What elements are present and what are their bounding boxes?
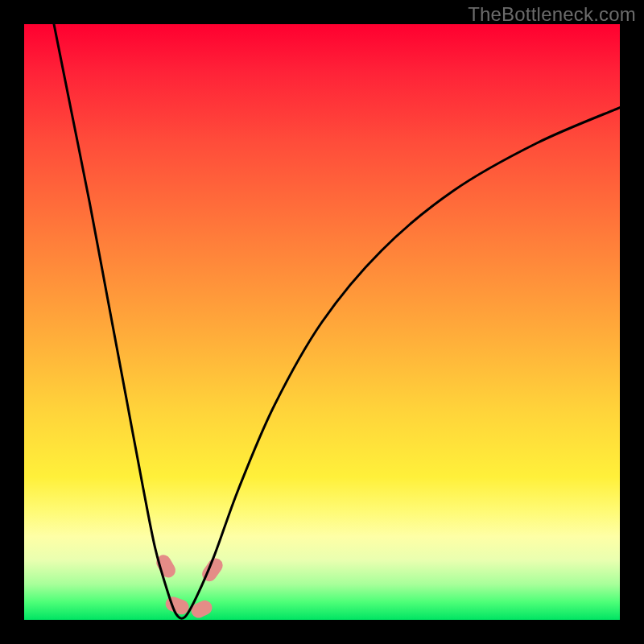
plot-area	[24, 24, 620, 620]
pill-right-low	[189, 598, 215, 620]
watermark-text: TheBottleneck.com	[468, 3, 636, 26]
chart-svg	[24, 24, 620, 620]
chart-frame: TheBottleneck.com	[0, 0, 644, 644]
bottleneck-curve	[54, 24, 620, 618]
